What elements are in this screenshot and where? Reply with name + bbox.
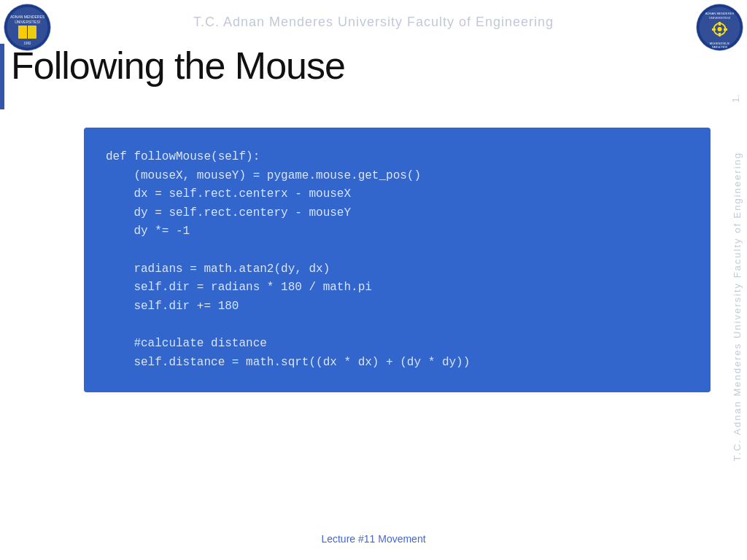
left-accent-bar: [0, 44, 4, 109]
right-vertical-text: T.C. Adnan Menderes University Faculty o…: [727, 88, 747, 525]
code-container: def followMouse(self): (mouseX, mouseY) …: [84, 128, 711, 392]
footer-text: Lecture #11 Movement: [321, 533, 425, 545]
slide-number: 1.: [730, 95, 741, 103]
page-title: Following the Mouse: [11, 44, 345, 88]
code-block: def followMouse(self): (mouseX, mouseY) …: [106, 148, 689, 372]
header-title: T.C. Adnan Menderes University Faculty o…: [193, 15, 554, 30]
header: T.C. Adnan Menderes University Faculty o…: [0, 0, 747, 44]
right-vertical-label: T.C. Adnan Menderes University Faculty o…: [732, 152, 743, 462]
svg-text:FAKÜLTESİ: FAKÜLTESİ: [712, 45, 727, 49]
footer: Lecture #11 Movement: [0, 532, 747, 545]
